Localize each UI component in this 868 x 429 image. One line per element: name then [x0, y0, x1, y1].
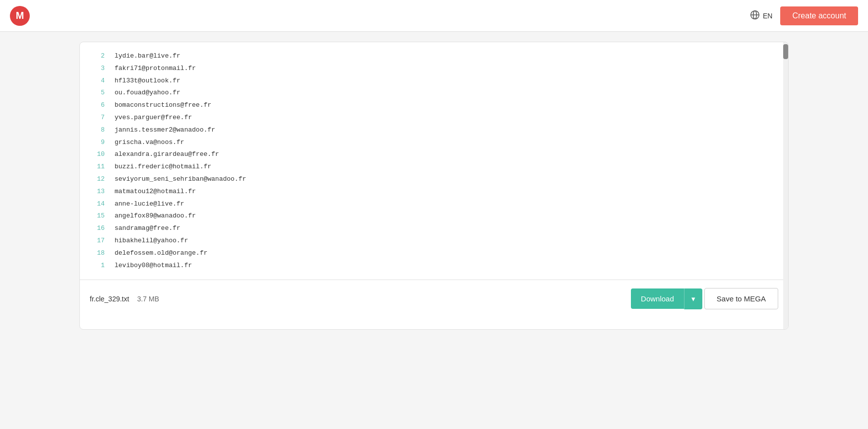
table-row: 15angelfox89@wanadoo.fr — [80, 210, 788, 222]
line-number: 8 — [90, 125, 105, 136]
table-row: 4hfl33t@outlook.fr — [80, 75, 788, 87]
mega-logo[interactable]: M — [10, 6, 30, 26]
line-content: sandramag@free.fr — [115, 223, 181, 234]
line-number: 17 — [90, 236, 105, 246]
table-row: 11buzzi.frederic@hotmail.fr — [80, 161, 788, 173]
table-row: 10alexandra.girardeau@free.fr — [80, 148, 788, 161]
line-content: delefossem.old@orange.fr — [115, 248, 207, 259]
create-account-button[interactable]: Create account — [780, 6, 858, 25]
header-right: EN Create account — [750, 6, 858, 25]
main-content: 2lydie.bar@live.fr3fakri71@protonmail.fr… — [0, 32, 868, 340]
line-content: alexandra.girardeau@free.fr — [115, 149, 219, 160]
download-dropdown-button[interactable]: ▾ — [684, 288, 702, 309]
line-content: buzzi.frederic@hotmail.fr — [115, 162, 211, 172]
table-row: 6bomaconstructions@free.fr — [80, 99, 788, 112]
line-number: 5 — [90, 88, 105, 98]
line-content: ou.fouad@yahoo.fr — [115, 88, 181, 98]
language-selector[interactable]: EN — [750, 10, 772, 21]
scrollbar-track[interactable] — [783, 42, 788, 329]
table-row: 18delefossem.old@orange.fr — [80, 247, 788, 260]
line-number: 6 — [90, 100, 105, 111]
line-content: grischa.va@noos.fr — [115, 138, 184, 148]
line-number: 15 — [90, 211, 105, 221]
line-content: seviyorum_seni_sehriban@wanadoo.fr — [115, 174, 246, 185]
mega-logo-text: M — [16, 10, 24, 21]
table-row: 17hibakhelil@yahoo.fr — [80, 235, 788, 247]
line-content: hfl33t@outlook.fr — [115, 76, 181, 86]
line-number: 12 — [90, 174, 105, 185]
line-content: lydie.bar@live.fr — [115, 51, 181, 62]
line-number: 18 — [90, 248, 105, 259]
line-number: 10 — [90, 149, 105, 160]
line-number: 13 — [90, 187, 105, 197]
line-number: 9 — [90, 138, 105, 148]
scrollbar-thumb[interactable] — [783, 44, 788, 59]
line-content: matmatou12@hotmail.fr — [115, 187, 196, 197]
line-content: anne-lucie@live.fr — [115, 199, 184, 210]
line-content: angelfox89@wanadoo.fr — [115, 211, 196, 221]
file-info: fr.cle_329.txt 3.7 MB — [90, 295, 159, 303]
table-row: 5ou.fouad@yahoo.fr — [80, 87, 788, 99]
globe-icon — [750, 10, 760, 21]
line-number: 11 — [90, 162, 105, 172]
download-button[interactable]: Download — [631, 288, 684, 309]
table-row: 2lydie.bar@live.fr — [80, 50, 788, 63]
download-bar: fr.cle_329.txt 3.7 MB Download ▾ Save to… — [80, 280, 788, 317]
table-row: 8jannis.tessmer2@wanadoo.fr — [80, 124, 788, 137]
file-size: 3.7 MB — [137, 295, 159, 303]
table-row: 14anne-lucie@live.fr — [80, 198, 788, 211]
table-row: 7yves.parguer@free.fr — [80, 112, 788, 124]
line-number: 3 — [90, 64, 105, 74]
line-number: 7 — [90, 113, 105, 123]
chevron-down-icon: ▾ — [691, 294, 695, 303]
table-row: 12seviyorum_seni_sehriban@wanadoo.fr — [80, 173, 788, 186]
download-actions: Download ▾ Save to MEGA — [631, 288, 778, 309]
line-content: hibakhelil@yahoo.fr — [115, 236, 188, 246]
language-label: EN — [763, 12, 772, 20]
table-row: 16sandramag@free.fr — [80, 222, 788, 235]
line-content: yves.parguer@free.fr — [115, 113, 192, 123]
table-row: 3fakri71@protonmail.fr — [80, 63, 788, 75]
table-row: 1leviboy08@hotmail.fr — [80, 260, 788, 272]
file-name: fr.cle_329.txt — [90, 295, 129, 303]
save-to-mega-button[interactable]: Save to MEGA — [704, 288, 778, 309]
line-content: jannis.tessmer2@wanadoo.fr — [115, 125, 215, 136]
table-row: 13matmatou12@hotmail.fr — [80, 186, 788, 198]
table-row: 9grischa.va@noos.fr — [80, 137, 788, 149]
file-content[interactable]: 2lydie.bar@live.fr3fakri71@protonmail.fr… — [80, 42, 788, 280]
line-number: 2 — [90, 51, 105, 62]
line-number: 4 — [90, 76, 105, 86]
header-left: M — [10, 6, 30, 26]
line-number: 1 — [90, 261, 105, 271]
file-viewer: 2lydie.bar@live.fr3fakri71@protonmail.fr… — [79, 42, 789, 330]
line-content: fakri71@protonmail.fr — [115, 64, 196, 74]
line-number: 14 — [90, 199, 105, 210]
header: M EN Create account — [0, 0, 868, 32]
line-number: 16 — [90, 223, 105, 234]
line-content: bomaconstructions@free.fr — [115, 100, 211, 111]
line-content: leviboy08@hotmail.fr — [115, 261, 192, 271]
